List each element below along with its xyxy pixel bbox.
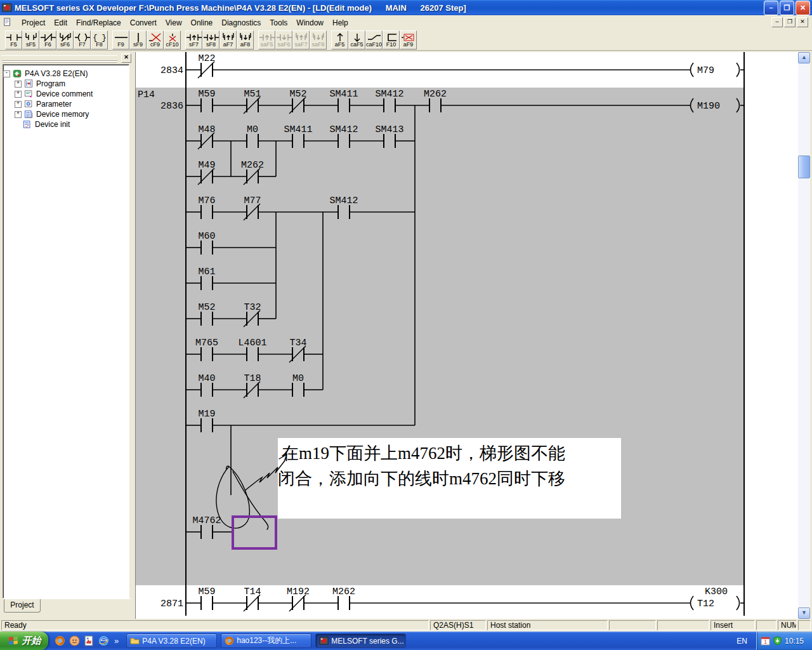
menu-tools[interactable]: Tools	[265, 17, 292, 29]
status-panel-num: NUM	[778, 620, 797, 630]
svg-text:M22: M22	[198, 53, 215, 64]
security-shield-icon[interactable]	[773, 636, 782, 646]
taskbar-task-p4a-v3-28-e2-en-[interactable]: P4A V3.28 E2(EN)	[126, 633, 217, 648]
scrollbar-thumb[interactable]	[798, 156, 810, 178]
calendar-tray-icon[interactable]: 1	[761, 636, 770, 646]
tree-root-label: P4A V3.28 E2(EN)	[25, 69, 88, 78]
toolbar-button-sF8[interactable]: sF8	[202, 30, 219, 50]
menu-edit[interactable]: Edit	[49, 17, 72, 29]
svg-text:M76: M76	[198, 196, 215, 206]
svg-text:M59: M59	[198, 587, 215, 597]
toolbar-button-F7[interactable]: F7	[74, 30, 91, 50]
menu-window[interactable]: Window	[292, 17, 328, 29]
melsoft-icon	[319, 636, 329, 646]
child-restore-button[interactable]: ❐	[784, 17, 796, 27]
collapse-icon[interactable]: -	[3, 70, 10, 77]
menu-view[interactable]: View	[161, 17, 187, 29]
device-comment-icon	[24, 90, 34, 98]
scroll-up-icon[interactable]: ▲	[798, 52, 810, 63]
language-indicator[interactable]: EN	[731, 635, 752, 647]
windows-flag-icon	[8, 636, 20, 646]
panel-close-icon[interactable]: ✕	[121, 53, 131, 63]
status-bar: Ready Q2AS(H)S1Host stationInsertNUM	[0, 619, 812, 632]
scroll-down-icon[interactable]: ▼	[798, 607, 810, 619]
device-init-icon	[23, 120, 32, 129]
tree-root-item[interactable]: - P4A V3.28 E2(EN)	[3, 69, 129, 79]
toolbar-button-cF10[interactable]: cF10	[164, 30, 181, 50]
tree-item-device-comment[interactable]: +Device comment	[3, 89, 129, 99]
expand-icon[interactable]: +	[15, 81, 22, 88]
svg-text:T34: T34	[289, 338, 306, 348]
toolbar-button-aF7[interactable]: aF7	[219, 30, 237, 50]
tree-item-parameter[interactable]: +Parameter	[3, 99, 129, 109]
firefox-icon[interactable]	[55, 635, 65, 646]
expand-icon[interactable]: +	[15, 111, 22, 118]
menu-project[interactable]: Project	[17, 17, 49, 29]
expand-icon[interactable]	[15, 122, 20, 128]
start-button[interactable]: 开始	[0, 632, 48, 650]
tree-item-device-init[interactable]: Device init	[3, 119, 129, 129]
messenger-icon[interactable]	[69, 635, 80, 646]
svg-text:M61: M61	[198, 267, 215, 277]
project-tree: - P4A V3.28 E2(EN) +Program+Device comme…	[3, 64, 129, 599]
toolbar-button-F5[interactable]: F5	[5, 30, 22, 50]
minimize-button[interactable]: –	[764, 1, 778, 15]
child-close-button[interactable]: ✕	[797, 17, 808, 27]
svg-text:T14: T14	[244, 587, 261, 597]
expand-icon[interactable]: +	[15, 91, 22, 98]
tree-item-device-memory[interactable]: +Device memory	[3, 109, 129, 119]
toolbar-button-F10[interactable]: F10	[383, 30, 400, 50]
svg-text:M48: M48	[198, 124, 215, 135]
project-panel: ✕ - P4A V3.28 E2(EN) +Program+Device com…	[0, 52, 134, 618]
svg-text:M79: M79	[697, 65, 714, 76]
clock[interactable]: 10:15	[785, 637, 804, 646]
status-panel-empty-7	[798, 620, 811, 630]
svg-text:1: 1	[764, 639, 767, 645]
internet-explorer-icon[interactable]	[98, 635, 109, 646]
menu-find-replace[interactable]: Find/Replace	[72, 17, 126, 29]
svg-text:M51: M51	[244, 89, 261, 100]
toolbar-button-sF9[interactable]: sF9	[129, 30, 147, 50]
toolbar-button-sF7[interactable]: sF7	[185, 30, 202, 50]
svg-text:SM413: SM413	[375, 124, 403, 135]
toolbar-button-caF10[interactable]: caF10	[365, 30, 383, 50]
taskbar-task-melsoft-series-g-[interactable]: MELSOFT series G...	[315, 633, 406, 648]
menu-help[interactable]: Help	[328, 17, 353, 29]
child-minimize-button[interactable]: –	[771, 17, 783, 27]
quick-launch-overflow-icon[interactable]: »	[114, 636, 119, 646]
window-title: MELSOFT series GX Developer F:\Punch Pre…	[15, 3, 764, 13]
toolbar-button-F9[interactable]: F9	[112, 30, 129, 50]
status-panel-empty-2	[609, 620, 656, 630]
task-label: P4A V3.28 E2(EN)	[142, 637, 205, 646]
svg-text:M4762: M4762	[192, 515, 221, 526]
toolbar-group: F5sF5F6sF6F7{ }F8	[5, 30, 108, 50]
toolbar-button-caF5[interactable]: caF5	[348, 30, 365, 50]
toolbar-button-aF8[interactable]: aF8	[237, 30, 254, 50]
tab-project[interactable]: Project	[4, 599, 41, 613]
ladder-editor-canvas[interactable]: 2834M22M792836P14M59M51M52SM411SM412M262…	[136, 52, 799, 619]
svg-text:M262: M262	[241, 160, 264, 171]
toolbar-button-F6[interactable]: F6	[39, 30, 56, 50]
menu-convert[interactable]: Convert	[126, 17, 161, 29]
menu-online[interactable]: Online	[187, 17, 218, 29]
restore-button[interactable]: ❐	[780, 1, 794, 15]
svg-text:M59: M59	[198, 89, 215, 100]
toolbar-button-sF6[interactable]: sF6	[56, 30, 74, 50]
vertical-scrollbar[interactable]: ▲ ▼	[798, 52, 810, 619]
close-button[interactable]: ✕	[796, 1, 810, 15]
menu-diagnostics[interactable]: Diagnostics	[217, 17, 265, 29]
toolbar-button-sF5[interactable]: sF5	[22, 30, 39, 50]
panel-drag-handle[interactable]	[2, 55, 117, 61]
taskbar-task-hao123-[interactable]: hao123--我的上...	[221, 633, 311, 648]
toolbar-button-aF9[interactable]: aF9	[400, 30, 417, 50]
toolbar-button-F8[interactable]: { }F8	[91, 30, 108, 50]
task-label: hao123--我的上...	[237, 635, 296, 646]
svg-text:SM412: SM412	[329, 196, 358, 206]
taskbar: 开始 » P4A V3.28 E2(EN)hao123--我的上...MELSO…	[0, 632, 812, 650]
tree-item-program[interactable]: +Program	[3, 79, 129, 89]
toolbar-button-saF5: saF5	[258, 30, 275, 50]
image-viewer-icon[interactable]	[84, 635, 95, 646]
toolbar-button-cF9[interactable]: cF9	[147, 30, 164, 50]
expand-icon[interactable]: +	[15, 101, 22, 108]
toolbar-button-aF5[interactable]: aF5	[331, 30, 348, 50]
